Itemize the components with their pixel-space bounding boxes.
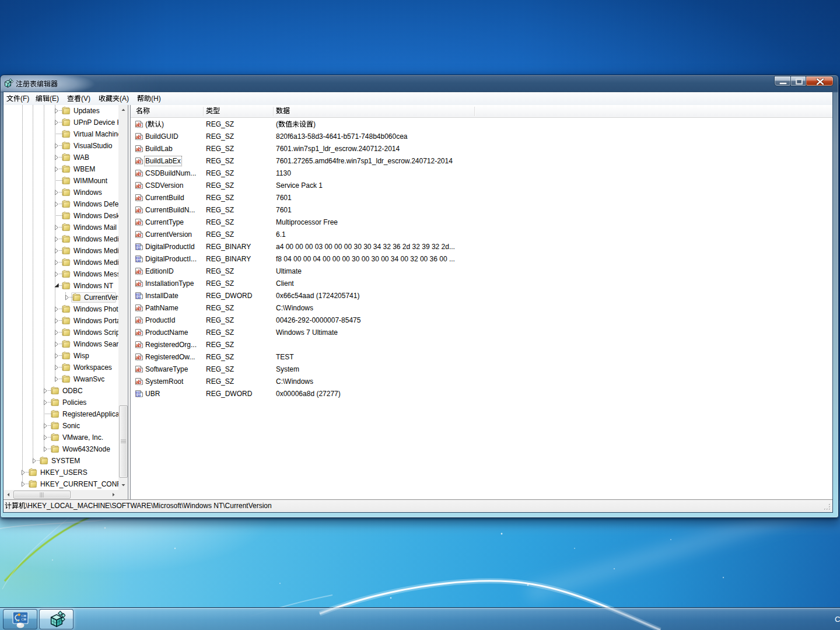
- svg-text:ab: ab: [135, 342, 141, 348]
- svg-text:110: 110: [136, 394, 141, 397]
- svg-text:110: 110: [136, 259, 141, 262]
- svg-text:ab: ab: [135, 281, 141, 287]
- svg-text:ab: ab: [135, 183, 141, 189]
- svg-text:ab: ab: [135, 269, 141, 275]
- svg-text:ab: ab: [135, 220, 141, 226]
- svg-text:ab: ab: [135, 318, 141, 324]
- svg-text:ab: ab: [135, 379, 141, 385]
- svg-text:ab: ab: [135, 355, 141, 360]
- svg-text:ab: ab: [135, 306, 141, 312]
- svg-text:110: 110: [136, 247, 141, 250]
- svg-text:ab: ab: [135, 208, 141, 214]
- svg-text:ab: ab: [135, 122, 141, 128]
- svg-text:ab: ab: [135, 134, 141, 140]
- svg-text:ab: ab: [135, 146, 141, 152]
- svg-text:110: 110: [136, 296, 141, 299]
- svg-text:ab: ab: [135, 367, 141, 373]
- svg-text:ab: ab: [135, 232, 141, 238]
- svg-text:ab: ab: [135, 330, 141, 336]
- svg-text:ab: ab: [135, 195, 141, 201]
- svg-text:ab: ab: [135, 159, 141, 164]
- svg-text:ab: ab: [135, 171, 141, 177]
